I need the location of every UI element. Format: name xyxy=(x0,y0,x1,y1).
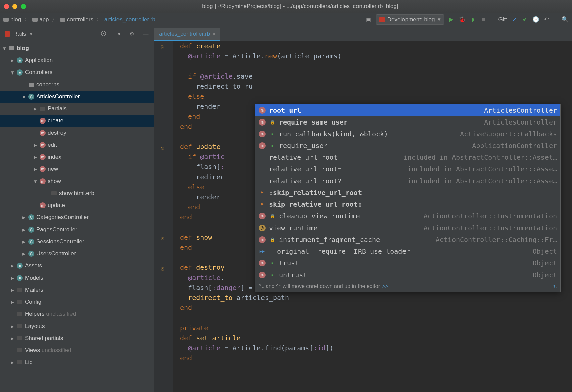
file-icon xyxy=(51,191,57,195)
hint-link[interactable]: >> xyxy=(382,283,388,289)
tree-node[interactable]: ▸Partials xyxy=(0,103,154,115)
tree-label: CategoriesController xyxy=(36,214,89,221)
pi-icon[interactable]: π xyxy=(553,283,557,289)
breadcrumb-item[interactable]: app xyxy=(32,16,49,23)
debug-button[interactable]: 🐞 xyxy=(459,16,466,23)
completion-context: Object xyxy=(533,247,557,255)
completion-item[interactable]: @view_runtimeActionController::Instrumen… xyxy=(255,222,560,234)
chevron-down-icon[interactable]: ▾ xyxy=(30,30,33,37)
completion-item[interactable]: relative_url_rootincluded in AbstractCon… xyxy=(255,151,560,163)
tree-node[interactable]: ▸■Assets xyxy=(0,260,154,272)
tree-node[interactable]: ▸Mailers xyxy=(0,284,154,296)
completion-item[interactable]: m🔒instrument_fragment_cacheActionControl… xyxy=(255,234,560,245)
coverage-button[interactable]: ◗ xyxy=(469,16,477,23)
minimize-window-button[interactable] xyxy=(12,4,17,9)
vcs-history-button[interactable]: 🕓 xyxy=(532,16,539,23)
editor-tab-active[interactable]: articles_controller.rb × xyxy=(154,28,220,41)
tree-label: Assets xyxy=(25,262,42,269)
run-button[interactable]: ▶ xyxy=(448,16,455,23)
completion-name: view_runtime xyxy=(269,224,420,232)
gutter-marker-icon[interactable]: ⎘ xyxy=(161,266,164,271)
completion-item[interactable]: m🔒require_same_userArticlesController xyxy=(255,116,560,128)
tree-node[interactable]: ▾■Controllers xyxy=(0,66,154,79)
tree-node[interactable]: ▸Shared partials xyxy=(0,332,154,344)
navigation-toolbar: blog 〉 app 〉 controllers 〉 articles_cont… xyxy=(0,13,572,27)
breadcrumb-label: controllers xyxy=(67,16,93,23)
completion-item[interactable]: m▪run_callbacks(kind, &block)ActiveSuppo… xyxy=(255,128,560,140)
zoom-window-button[interactable] xyxy=(21,4,26,9)
project-sidebar: Rails ▾ ⦿ ⇥ ⚙ — ▾blog ▸■Application ▾■Co… xyxy=(0,27,154,392)
hide-icon[interactable]: — xyxy=(142,30,149,38)
vcs-update-button[interactable]: ↙ xyxy=(511,16,518,23)
collapse-icon[interactable]: ⇥ xyxy=(114,30,121,38)
separator xyxy=(556,16,556,23)
completion-context: ActionController::Instrumentation xyxy=(424,224,557,232)
completion-context: included in AbstractController::Asse… xyxy=(407,165,557,173)
breadcrumb-item-active[interactable]: articles_controller.rb xyxy=(104,16,155,23)
tree-node[interactable]: ▸mindex xyxy=(0,151,154,163)
run-target-icon[interactable]: ▣ xyxy=(365,16,372,23)
tree-label: show.html.erb xyxy=(59,190,94,197)
tree-node[interactable]: ▸Layouts xyxy=(0,320,154,332)
gutter-marker-icon[interactable]: ⎘ xyxy=(161,236,164,241)
tree-node[interactable]: concerns xyxy=(0,79,154,91)
completion-context: ActionController::Instrumentation xyxy=(424,212,557,220)
method-icon: m xyxy=(259,213,266,219)
locate-icon[interactable]: ⦿ xyxy=(100,30,107,38)
class-icon: C xyxy=(28,94,34,100)
completion-item[interactable]: mroot_urlArticlesController xyxy=(255,104,560,116)
breadcrumb-item[interactable]: controllers xyxy=(60,16,93,23)
tree-node[interactable]: ▸■Models xyxy=(0,272,154,284)
tree-node[interactable]: ▸CCategoriesController xyxy=(0,211,154,224)
vcs-revert-button[interactable]: ↶ xyxy=(543,16,550,23)
completion-item[interactable]: ▶▶__original__require__IRB_use_loader__O… xyxy=(255,245,560,257)
run-config-dropdown[interactable]: Development: blog ▾ xyxy=(376,14,444,25)
completion-name: relative_url_root= xyxy=(269,165,404,173)
completion-popup: mroot_urlArticlesControllerm🔒require_sam… xyxy=(255,104,561,292)
git-label: Git: xyxy=(498,16,507,23)
breadcrumb-item[interactable]: blog xyxy=(3,16,21,23)
tree-node[interactable]: ▸mnew xyxy=(0,163,154,175)
tree-node[interactable]: ▾mshow xyxy=(0,175,154,187)
completion-item[interactable]: ⚑:skip_relative_url_root xyxy=(255,187,560,198)
folder-icon xyxy=(60,18,65,22)
tree-node[interactable]: ▸■Application xyxy=(0,54,154,66)
tree-node[interactable]: mdestroy xyxy=(0,127,154,139)
tree-node[interactable]: ▸medit xyxy=(0,139,154,151)
completion-item[interactable]: m▪untrustObject xyxy=(255,269,560,281)
method-icon: m xyxy=(40,202,46,208)
completion-name: relative_url_root xyxy=(269,153,400,161)
tree-node[interactable]: ▸CUsersController xyxy=(0,248,154,260)
completion-item[interactable]: ⚑skip_relative_url_root: xyxy=(255,198,560,210)
vcs-commit-button[interactable]: ✔ xyxy=(521,16,529,23)
tree-node[interactable]: ▸CSessionsController xyxy=(0,236,154,248)
method-icon: m xyxy=(40,142,46,148)
completion-item[interactable]: m▪require_userApplicationController xyxy=(255,140,560,151)
stop-button[interactable]: ■ xyxy=(480,16,487,23)
public-icon: ▪ xyxy=(269,131,276,137)
search-button[interactable]: 🔍 xyxy=(561,16,569,23)
chevron-right-icon: 〉 xyxy=(24,16,30,23)
tree-label: Layouts xyxy=(25,323,45,330)
close-icon[interactable]: × xyxy=(213,31,216,37)
tree-node[interactable]: ▸Lib xyxy=(0,356,154,369)
completion-item[interactable]: relative_url_root=included in AbstractCo… xyxy=(255,163,560,175)
gutter-marker-icon[interactable]: ⎘ xyxy=(161,145,164,150)
gear-icon[interactable]: ⚙ xyxy=(128,30,135,38)
completion-item[interactable]: m▪trustObject xyxy=(255,257,560,269)
completion-item[interactable]: m🔒cleanup_view_runtimeActionController::… xyxy=(255,210,560,222)
tree-node[interactable]: Helpers unclassified xyxy=(0,308,154,320)
tree-node-articles[interactable]: ▾CArticlesController xyxy=(0,91,154,103)
gutter-marker-icon[interactable]: ⎘ xyxy=(161,44,164,50)
module-icon: ■ xyxy=(17,57,23,63)
completion-item[interactable]: relative_url_root?included in AbstractCo… xyxy=(255,175,560,187)
tree-node[interactable]: show.html.erb xyxy=(0,187,154,199)
tree-node[interactable]: ▸Config xyxy=(0,296,154,308)
close-window-button[interactable] xyxy=(4,4,9,9)
tree-label: Helpers unclassified xyxy=(25,311,76,317)
tree-node-create[interactable]: mcreate xyxy=(0,115,154,127)
tree-node[interactable]: mupdate xyxy=(0,199,154,211)
tree-node[interactable]: ▸CPagesController xyxy=(0,224,154,236)
tree-node[interactable]: Views unclassified xyxy=(0,344,154,356)
tree-node-root[interactable]: ▾blog xyxy=(0,42,154,54)
